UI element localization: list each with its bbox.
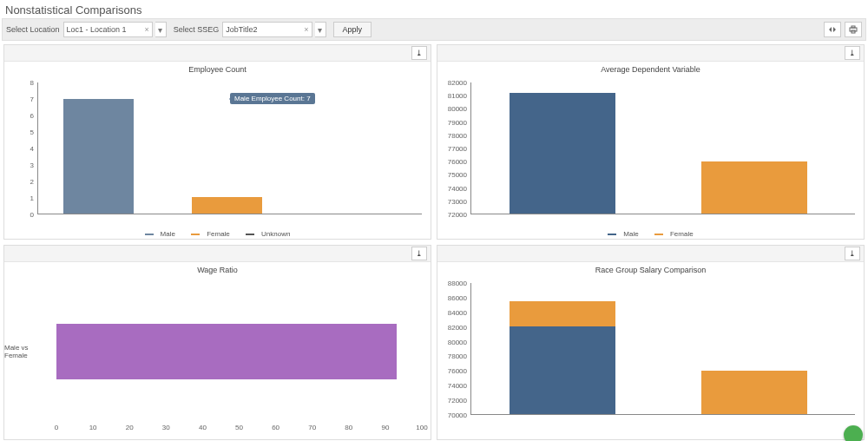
expand-icon[interactable] xyxy=(824,22,841,37)
plot-area xyxy=(470,283,855,415)
race-salary-card: ⤓ Race Group Salary Comparison 700007200… xyxy=(437,245,865,440)
chart-title: Employee Count xyxy=(4,62,431,76)
plot-area: Male Employee Count: 7 xyxy=(37,82,422,214)
legend-unknown: Unknown xyxy=(261,230,290,238)
bar[interactable] xyxy=(56,324,397,378)
help-fab[interactable] xyxy=(844,425,863,441)
employee-count-card: ⤓ Employee Count 012345678 Male Employee… xyxy=(3,44,431,240)
avg-dependent-card: ⤓ Average Dependent Variable 72000730007… xyxy=(437,44,865,240)
filter-toolbar: Select Location Loc1 - Location 1 × ▾ Se… xyxy=(2,18,866,41)
legend: Male Female xyxy=(437,229,864,239)
y-axis: 7200073000740007500076000770007800079000… xyxy=(437,82,469,214)
svg-rect-1 xyxy=(852,26,855,28)
y-category-label: Male vs Female xyxy=(4,283,56,420)
clear-sseg-icon[interactable]: × xyxy=(304,25,308,34)
plot-area xyxy=(470,82,855,214)
bar[interactable] xyxy=(510,93,615,214)
download-icon[interactable]: ⤓ xyxy=(845,46,860,60)
bar[interactable] xyxy=(701,161,807,214)
y-axis: 7000072000740007600078000800008200084000… xyxy=(437,283,469,415)
bar[interactable] xyxy=(192,197,262,214)
download-icon[interactable]: ⤓ xyxy=(411,247,427,260)
wage-ratio-card: ⤓ Wage Ratio Male vs Female 010203040506… xyxy=(3,245,431,440)
x-axis: 0102030405060708090100 xyxy=(56,424,422,434)
legend: Male Female Unknown xyxy=(4,229,431,239)
bar[interactable] xyxy=(63,99,134,214)
bar[interactable] xyxy=(510,301,615,326)
download-icon[interactable]: ⤓ xyxy=(845,247,860,260)
print-icon[interactable] xyxy=(845,22,862,37)
sseg-value: JobTitle2 xyxy=(226,25,286,34)
legend-female: Female xyxy=(670,230,694,238)
location-value: Loc1 - Location 1 xyxy=(67,25,128,34)
location-select[interactable]: Loc1 - Location 1 × xyxy=(63,22,153,37)
bar[interactable] xyxy=(510,326,615,414)
plot-area xyxy=(56,283,422,420)
tooltip: Male Employee Count: 7 xyxy=(230,93,315,104)
legend-female: Female xyxy=(207,230,230,238)
location-label: Select Location xyxy=(6,25,60,34)
chart-title: Average Dependent Variable xyxy=(437,62,864,76)
page-title: Nonstatistical Comparisons xyxy=(0,0,868,18)
bar[interactable] xyxy=(701,371,807,414)
download-icon[interactable]: ⤓ xyxy=(411,46,427,60)
sseg-label: Select SSEG xyxy=(174,25,220,34)
sseg-select[interactable]: JobTitle2 × xyxy=(222,22,312,37)
legend-male: Male xyxy=(161,230,175,238)
legend-male: Male xyxy=(623,230,638,238)
chart-title: Race Group Salary Comparison xyxy=(437,262,864,276)
clear-location-icon[interactable]: × xyxy=(145,25,149,34)
chart-title: Wage Ratio xyxy=(4,262,431,276)
sseg-dropdown-icon[interactable]: ▾ xyxy=(315,22,326,37)
charts-grid: ⤓ Employee Count 012345678 Male Employee… xyxy=(0,44,868,440)
apply-button[interactable]: Apply xyxy=(333,22,372,37)
y-axis: 012345678 xyxy=(4,82,36,214)
location-dropdown-icon[interactable]: ▾ xyxy=(155,22,167,37)
